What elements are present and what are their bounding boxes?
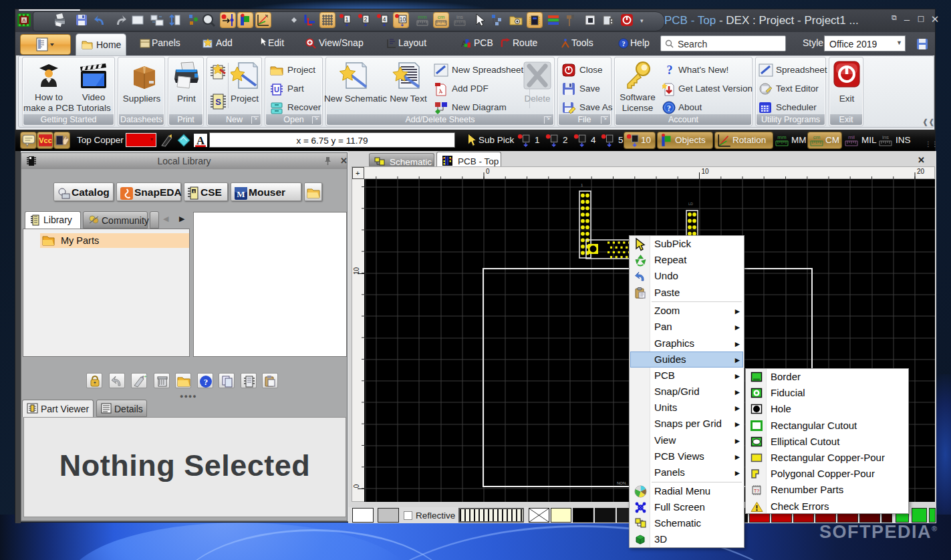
svg-text:0: 0 [353,484,360,488]
svg-text:mm: mm [777,134,787,140]
svg-text:mil: mil [848,134,855,140]
svg-text:A: A [22,17,26,23]
svg-text:?: ? [667,63,673,77]
svg-text:1: 1 [581,183,583,187]
svg-text:cm: cm [438,14,445,20]
svg-text:4: 4 [382,16,386,23]
svg-text:ins: ins [456,14,463,20]
svg-text:cm: cm [813,134,821,140]
svg-text:+: + [144,374,147,380]
svg-text:A: A [196,134,205,147]
svg-text:A: A [439,90,442,94]
svg-text:?: ? [204,377,209,387]
svg-text:LD: LD [688,202,693,206]
svg-text:1: 1 [345,16,348,23]
svg-text:?: ? [667,104,671,113]
svg-text:M: M [237,189,245,199]
svg-text:10: 10 [702,168,710,175]
svg-text:T?: T? [754,488,759,493]
svg-text:A: A [192,190,195,194]
svg-text:Vcc: Vcc [39,136,52,144]
svg-text:2: 2 [364,16,367,23]
svg-text:?: ? [622,40,625,47]
svg-text:S: S [215,97,221,107]
svg-text:10: 10 [353,267,360,275]
svg-text:mm: mm [418,14,427,20]
svg-text:U: U [274,86,279,94]
svg-text:NON..: NON.. [617,481,628,485]
svg-text:10: 10 [400,16,406,23]
svg-text:0: 0 [486,168,490,175]
svg-text:ins: ins [882,134,889,140]
svg-text:20: 20 [917,168,925,175]
